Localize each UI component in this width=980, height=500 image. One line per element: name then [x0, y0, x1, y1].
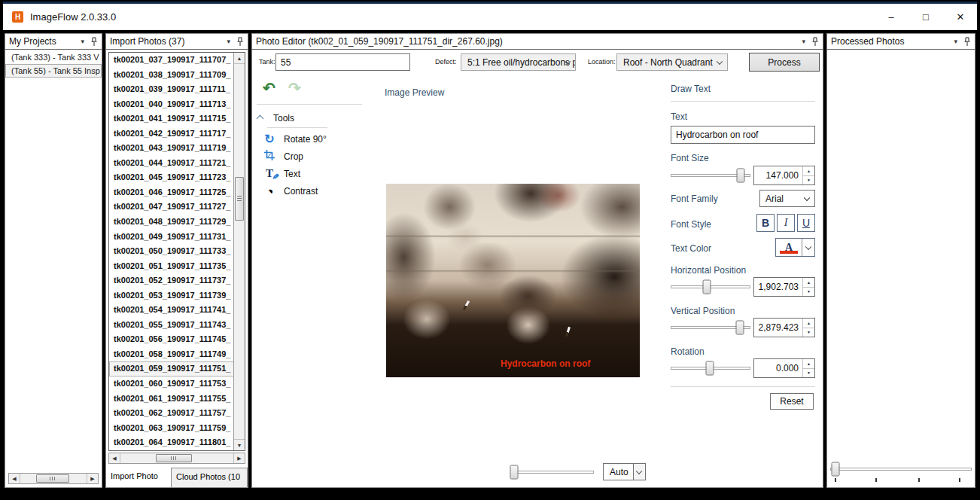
file-list-item-selected[interactable]: tk00201_059_190917_111751_: [109, 361, 234, 377]
project-item-selected[interactable]: (Tank 55) - Tank 55 Insp: [5, 64, 102, 78]
file-list-vertical-scrollbar[interactable]: ▲ ▼: [233, 53, 245, 450]
bold-button[interactable]: B: [756, 214, 775, 232]
file-list-item[interactable]: tk00201_053_190917_111739_: [109, 288, 234, 303]
slider-thumb[interactable]: [737, 169, 745, 183]
spin-down-button[interactable]: ▼: [803, 287, 814, 297]
tank-input[interactable]: [275, 53, 410, 71]
defect-dropdown[interactable]: 5:1 Free oil/hydrocarbons p: [461, 53, 576, 71]
reset-button[interactable]: Reset: [770, 393, 814, 410]
file-list-item[interactable]: tk00201_045_190917_111723_: [109, 170, 234, 185]
spin-down-button[interactable]: ▼: [803, 175, 814, 185]
file-list-horizontal-scrollbar[interactable]: ◀ ▶: [108, 453, 245, 464]
slider-thumb[interactable]: [510, 465, 519, 480]
minimize-button[interactable]: –: [881, 11, 902, 23]
file-list-item[interactable]: tk00201_046_190917_111725_: [109, 185, 234, 200]
spin-up-button[interactable]: ▲: [803, 166, 814, 175]
zoom-mode-dropdown[interactable]: Auto: [603, 463, 646, 480]
file-list-item[interactable]: tk00201_048_190917_111729_: [109, 215, 234, 230]
file-list-item[interactable]: tk00201_044_190917_111721_: [109, 156, 234, 171]
file-list-item[interactable]: tk00201_039_190917_111711_: [109, 82, 234, 97]
rotation-slider[interactable]: [671, 361, 750, 376]
scroll-left-icon[interactable]: ◀: [109, 453, 120, 463]
font-size-slider[interactable]: [671, 168, 750, 183]
scroll-up-icon[interactable]: ▲: [234, 53, 245, 64]
pin-icon[interactable]: [811, 37, 819, 47]
file-list-item[interactable]: tk00201_042_190917_111717_: [109, 127, 234, 142]
spin-up-button[interactable]: ▲: [803, 359, 814, 368]
file-list-item[interactable]: tk00201_043_190917_111719_: [109, 141, 234, 156]
color-dropdown-button[interactable]: [802, 239, 814, 256]
file-list-item[interactable]: tk00201_051_190917_111735_: [109, 259, 234, 274]
tool-contrast[interactable]: ◑ Contrast: [263, 185, 318, 197]
file-list-item[interactable]: tk00201_038_190917_111709_: [109, 68, 234, 83]
horizontal-position-value[interactable]: 1,902.703: [754, 278, 802, 296]
panel-menu-arrow-icon[interactable]: ▾: [802, 38, 805, 45]
slider-thumb[interactable]: [832, 462, 840, 477]
file-list-item[interactable]: tk00201_050_190917_111733_: [109, 244, 234, 259]
process-button[interactable]: Process: [749, 53, 820, 72]
file-list-item[interactable]: tk00201_064_190917_111801_: [109, 435, 234, 450]
file-list-item[interactable]: tk00201_063_190917_111759_: [109, 421, 234, 436]
rotation-value[interactable]: 0.000: [754, 359, 802, 377]
file-list-item[interactable]: tk00201_055_190917_111743_: [109, 318, 234, 333]
processed-zoom-slider[interactable]: [830, 462, 972, 477]
project-item[interactable]: (Tank 333) - Tank 333 V: [5, 50, 102, 64]
draw-text-input[interactable]: [671, 126, 815, 144]
slider-thumb[interactable]: [705, 361, 714, 376]
file-list-item[interactable]: tk00201_062_190917_111757_: [109, 406, 234, 421]
font-size-value[interactable]: 147.000: [754, 166, 802, 184]
scrollbar-thumb[interactable]: [156, 454, 192, 462]
file-list-item[interactable]: tk00201_060_190917_111753_: [109, 377, 234, 392]
scrollbar-thumb[interactable]: [235, 177, 244, 221]
file-list-item[interactable]: tk00201_061_190917_111755_: [109, 392, 234, 407]
scroll-down-icon[interactable]: ▼: [234, 439, 245, 450]
slider-thumb[interactable]: [736, 321, 744, 335]
location-dropdown[interactable]: Roof - North Quadrant: [616, 53, 728, 71]
maximize-button[interactable]: □: [915, 11, 936, 23]
text-color-button[interactable]: A: [775, 238, 815, 257]
pin-icon[interactable]: [236, 37, 244, 47]
projects-horizontal-scrollbar[interactable]: ◀ ▶: [8, 473, 99, 484]
panel-menu-arrow-icon[interactable]: ▾: [81, 38, 84, 45]
panel-menu-arrow-icon[interactable]: ▾: [954, 38, 957, 45]
file-list-item[interactable]: tk00201_037_190917_111707_: [109, 53, 234, 68]
file-list-item[interactable]: tk00201_047_190917_111727_: [109, 200, 234, 215]
undo-icon[interactable]: ↶: [263, 79, 275, 97]
file-list-item[interactable]: tk00201_049_190917_111731_: [109, 230, 234, 245]
panel-menu-arrow-icon[interactable]: ▾: [227, 38, 230, 45]
redo-icon[interactable]: ↷: [288, 79, 301, 97]
italic-button[interactable]: I: [777, 214, 795, 232]
file-list-item[interactable]: tk00201_054_190917_111741_: [109, 303, 234, 318]
scroll-left-icon[interactable]: ◀: [9, 474, 20, 483]
file-list-item[interactable]: tk00201_058_190917_111749_: [109, 347, 234, 362]
vertical-position-slider[interactable]: [671, 320, 750, 335]
vertical-position-value[interactable]: 2,879.423: [754, 319, 802, 337]
preview-zoom-slider[interactable]: [511, 465, 594, 480]
tab-import-photos[interactable]: Import Photo: [106, 468, 172, 488]
file-list-item[interactable]: tk00201_041_190917_111715_: [109, 111, 234, 127]
tool-crop[interactable]: Crop: [263, 150, 303, 163]
file-list-item[interactable]: tk00201_052_190917_111737_: [109, 273, 234, 288]
spin-down-button[interactable]: ▼: [803, 368, 814, 378]
pin-icon[interactable]: [963, 37, 971, 47]
tool-rotate-90[interactable]: ↻ Rotate 90°: [263, 132, 327, 146]
tool-text[interactable]: T✎ Text: [263, 167, 300, 180]
tab-cloud-photos[interactable]: Cloud Photos (10: [172, 468, 248, 488]
spin-up-button[interactable]: ▲: [803, 278, 814, 287]
pin-icon[interactable]: [90, 37, 98, 47]
slider-thumb[interactable]: [702, 280, 711, 294]
image-preview[interactable]: Hydrocarbon on roof: [386, 184, 640, 377]
scroll-right-icon[interactable]: ▶: [233, 453, 245, 463]
file-list-item[interactable]: tk00201_056_190917_111745_: [109, 332, 234, 347]
font-family-dropdown[interactable]: Arial: [759, 190, 815, 207]
dropdown-button[interactable]: [633, 464, 645, 480]
spin-up-button[interactable]: ▲: [803, 319, 814, 328]
underline-button[interactable]: U: [797, 214, 815, 232]
tools-section-header[interactable]: Tools: [257, 113, 294, 123]
scroll-right-icon[interactable]: ▶: [87, 474, 98, 483]
horizontal-position-slider[interactable]: [671, 279, 750, 294]
spin-down-button[interactable]: ▼: [803, 328, 814, 337]
file-list-item[interactable]: tk00201_040_190917_111713_: [109, 97, 234, 112]
scrollbar-thumb[interactable]: [36, 474, 69, 483]
close-button[interactable]: ✕: [950, 11, 971, 23]
